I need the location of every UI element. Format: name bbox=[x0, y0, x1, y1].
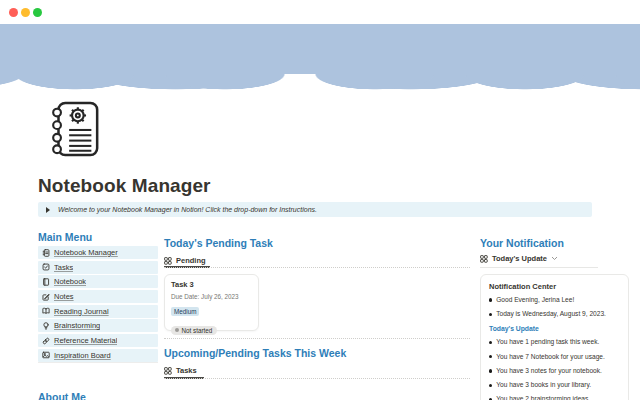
sidebar-item-notebook-manager[interactable]: Notebook Manager bbox=[38, 246, 158, 259]
about-me-heading: About Me bbox=[38, 391, 86, 400]
sidebar-item-label: Reference Material bbox=[54, 336, 117, 345]
view-divider bbox=[164, 378, 470, 379]
tab-tasks[interactable]: Tasks bbox=[164, 366, 197, 375]
status-label: Not started bbox=[182, 327, 213, 334]
notification-card-title: Notification Center bbox=[489, 282, 620, 291]
sidebar-item-label: Notebook Manager bbox=[54, 248, 118, 257]
link-icon bbox=[42, 337, 50, 345]
update-text: You have 3 notes for your notebook. bbox=[496, 367, 602, 375]
tab-label: Today's Update bbox=[492, 254, 547, 263]
app-window: Notebook Manager Welcome to your Noteboo… bbox=[0, 0, 640, 400]
sidebar-item-label: Reading Journal bbox=[54, 307, 109, 316]
task-check-icon bbox=[42, 263, 50, 271]
notebook-icon bbox=[42, 249, 50, 257]
section-divider bbox=[164, 338, 470, 339]
close-button[interactable] bbox=[9, 8, 18, 17]
book-icon bbox=[42, 278, 50, 286]
list-item: You have 1 pending task this week. bbox=[489, 338, 620, 346]
bullet-icon bbox=[489, 369, 492, 372]
bullet-icon bbox=[489, 384, 492, 387]
bullet-icon bbox=[489, 298, 492, 301]
update-text: You have 3 books in your library. bbox=[496, 381, 591, 389]
sidebar-item-notebook[interactable]: Notebook bbox=[38, 275, 158, 288]
list-item: You have 3 books in your library. bbox=[489, 381, 620, 389]
sidebar-item-inspiration-board[interactable]: Inspiration Board bbox=[38, 349, 158, 362]
gallery-grid-icon bbox=[480, 255, 488, 263]
main-menu-heading: Main Menu bbox=[38, 231, 92, 243]
section-heading-your-notification: Your Notification bbox=[480, 237, 564, 249]
task-due-date: Due Date: July 26, 2023 bbox=[171, 293, 252, 300]
gallery-grid-icon bbox=[164, 257, 172, 265]
bullet-icon bbox=[489, 341, 492, 344]
priority-badge: Medium bbox=[171, 307, 199, 316]
tab-label: Tasks bbox=[176, 366, 197, 375]
main-menu-list: Notebook Manager Tasks Notebook Notes bbox=[38, 246, 158, 364]
chevron-down-icon bbox=[551, 256, 558, 261]
instructions-callout[interactable]: Welcome to your Notebook Manager in Noti… bbox=[38, 202, 592, 217]
sidebar-item-notes[interactable]: Notes bbox=[38, 290, 158, 303]
triangle-right-icon[interactable] bbox=[46, 207, 50, 213]
sidebar-item-tasks[interactable]: Tasks bbox=[38, 261, 158, 274]
tab-pending[interactable]: Pending bbox=[164, 256, 206, 265]
picture-icon bbox=[42, 351, 50, 359]
sidebar-item-reference-material[interactable]: Reference Material bbox=[38, 334, 158, 347]
sidebar-divider bbox=[38, 362, 158, 363]
window-titlebar bbox=[0, 0, 640, 24]
view-selector-todays-update[interactable]: Today's Update bbox=[480, 254, 558, 263]
gallery-grid-icon bbox=[164, 367, 172, 375]
tab-label: Pending bbox=[176, 256, 206, 265]
page-title: Notebook Manager bbox=[38, 175, 211, 197]
zoom-button[interactable] bbox=[33, 8, 42, 17]
list-item: You have 3 notes for your notebook. bbox=[489, 367, 620, 375]
sidebar-item-label: Notes bbox=[54, 292, 74, 301]
section-heading-upcoming-tasks: Upcoming/Pending Tasks This Week bbox=[164, 347, 346, 359]
notification-center-card[interactable]: Notification Center Good Evening, Jerina… bbox=[480, 274, 629, 400]
status-badge: Not started bbox=[171, 326, 217, 335]
task-title: Task 3 bbox=[171, 280, 252, 289]
pencil-note-icon bbox=[42, 293, 50, 301]
cover-banner-cloud-edge bbox=[0, 74, 640, 96]
minimize-button[interactable] bbox=[21, 8, 30, 17]
sidebar-item-brainstorming[interactable]: Brainstorming bbox=[38, 319, 158, 332]
status-dot-icon bbox=[175, 328, 179, 332]
update-text: You have 7 Notebook for your usage. bbox=[496, 353, 605, 361]
notebook-gear-icon[interactable] bbox=[44, 100, 102, 162]
open-book-icon bbox=[42, 307, 50, 315]
list-item: Good Evening, Jerina Lee! bbox=[489, 296, 620, 304]
bullet-icon bbox=[489, 313, 492, 316]
callout-text: Welcome to your Notebook Manager in Noti… bbox=[58, 206, 317, 213]
lightbulb-icon bbox=[42, 322, 50, 330]
bullet-icon bbox=[489, 355, 492, 358]
view-divider bbox=[480, 267, 598, 268]
sidebar-item-label: Tasks bbox=[54, 263, 73, 272]
list-item: You have 7 Notebook for your usage. bbox=[489, 353, 620, 361]
greeting-text: Good Evening, Jerina Lee! bbox=[496, 296, 574, 304]
date-text: Today is Wednesday, August 9, 2023. bbox=[496, 310, 606, 318]
section-heading-todays-pending-task: Today's Pending Task bbox=[164, 237, 273, 249]
task-card[interactable]: Task 3 Due Date: July 26, 2023 Medium No… bbox=[164, 274, 259, 331]
update-text: You have 2 brainstorming ideas. bbox=[496, 395, 590, 400]
sidebar-item-label: Notebook bbox=[54, 277, 86, 286]
list-item: You have 2 brainstorming ideas. bbox=[489, 395, 620, 400]
view-divider bbox=[164, 267, 470, 268]
list-item: Today is Wednesday, August 9, 2023. bbox=[489, 310, 620, 318]
todays-update-subheading: Today's Update bbox=[489, 325, 620, 332]
update-text: You have 1 pending task this week. bbox=[496, 338, 599, 346]
sidebar-item-label: Brainstorming bbox=[54, 321, 100, 330]
cover-banner bbox=[0, 24, 640, 74]
sidebar-item-reading-journal[interactable]: Reading Journal bbox=[38, 305, 158, 318]
sidebar-item-label: Inspiration Board bbox=[54, 351, 111, 360]
